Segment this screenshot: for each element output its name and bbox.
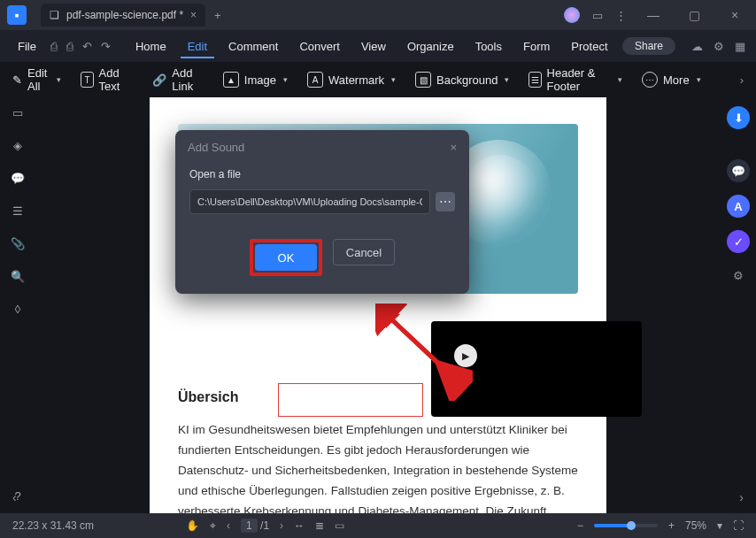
close-window-button[interactable]: × — [721, 1, 749, 29]
more-tool[interactable]: ⋯ More — [642, 72, 701, 88]
right-properties-icon[interactable]: ⚙ — [733, 269, 744, 282]
add-text-label: Add Text — [99, 66, 134, 93]
user-avatar[interactable] — [564, 7, 580, 23]
more-icon-circle: ⋯ — [642, 72, 658, 88]
watermark-label: Watermark — [328, 73, 384, 87]
add-text-tool[interactable]: T Add Text — [81, 66, 133, 93]
right-sidebar: ⬇ 💬 A ✓ ⚙ — [721, 97, 756, 513]
menu-protect[interactable]: Protect — [564, 35, 614, 58]
add-link-tool[interactable]: 🔗 Add Link — [152, 66, 204, 93]
attachments-icon[interactable]: 📎 — [11, 237, 25, 250]
check-button[interactable]: ✓ — [727, 230, 750, 253]
ai-button[interactable]: A — [727, 195, 750, 218]
zoom-dropdown-icon[interactable]: ▾ — [717, 519, 722, 532]
page-prev-icon[interactable]: ‹ — [227, 519, 230, 532]
layers-icon[interactable]: ◊ — [15, 303, 20, 316]
watermark-icon: A — [307, 72, 323, 88]
maximize-button[interactable]: ▢ — [680, 1, 708, 29]
embedded-media-box[interactable]: ▶ — [431, 321, 642, 417]
download-button[interactable]: ⬇ — [727, 106, 750, 129]
menu-comment[interactable]: Comment — [221, 35, 285, 58]
add-link-label: Add Link — [172, 66, 204, 93]
total-pages: /1 — [260, 519, 269, 532]
fit-width-icon[interactable]: ↔ — [294, 519, 305, 532]
scroll-mode-icon[interactable]: ≣ — [315, 519, 324, 532]
minimize-button[interactable]: — — [639, 1, 667, 29]
print-icon[interactable]: ⎙ — [66, 40, 73, 53]
edit-all-tool[interactable]: ✎ Edit All — [12, 66, 61, 93]
fullscreen-icon[interactable]: ⛶ — [733, 519, 744, 532]
stamps-icon[interactable]: ☰ — [12, 204, 23, 218]
title-bar: ▪ ❏ pdf-sample-science.pdf * × + ▭ ⋮ — ▢… — [0, 0, 756, 30]
sound-annotation-rect[interactable] — [278, 383, 423, 417]
menu-convert[interactable]: Convert — [292, 35, 347, 58]
text-icon: T — [81, 72, 93, 88]
window-icon[interactable]: ▦ — [735, 40, 745, 53]
doc-body-text: KI im Gesundheitswesen bietet Empfehlung… — [178, 420, 578, 513]
menu-file[interactable]: File — [11, 35, 43, 58]
image-icon: ▲ — [223, 72, 239, 88]
ok-highlight: OK — [250, 239, 322, 276]
image-label: Image — [244, 73, 276, 87]
select-tool-icon[interactable]: ⌖ — [210, 519, 216, 532]
add-sound-dialog: Add Sound × Open a file ⋯ OK Cancel — [175, 130, 469, 294]
ok-button[interactable]: OK — [255, 244, 317, 271]
menu-organize[interactable]: Organize — [400, 35, 461, 58]
menu-tools[interactable]: Tools — [468, 35, 509, 58]
edit-toolbar: ✎ Edit All T Add Text 🔗 Add Link ▲ Image… — [0, 62, 756, 97]
feedback-icon[interactable]: ▭ — [592, 9, 603, 22]
menu-form[interactable]: Form — [516, 35, 557, 58]
page-indicator[interactable]: 1 /1 — [241, 519, 269, 532]
tab-close-icon[interactable]: × — [190, 9, 197, 21]
hand-tool-icon[interactable]: ✋ — [186, 519, 199, 532]
chat-button[interactable]: 💬 — [727, 159, 750, 182]
cancel-button[interactable]: Cancel — [333, 239, 395, 265]
play-icon[interactable]: ▶ — [454, 344, 477, 367]
share-button[interactable]: Share — [622, 37, 675, 55]
zoom-out-icon[interactable]: − — [577, 519, 583, 532]
redo-icon[interactable]: ↷ — [101, 40, 111, 53]
browse-button[interactable]: ⋯ — [436, 192, 455, 211]
menu-edit[interactable]: Edit — [181, 35, 214, 58]
new-tab-button[interactable]: + — [214, 9, 221, 22]
background-label: Background — [436, 73, 498, 87]
current-page[interactable]: 1 — [241, 519, 258, 533]
zoom-slider[interactable] — [594, 524, 658, 527]
settings-icon[interactable]: ⚙ — [714, 40, 724, 53]
prev-page-chevron[interactable]: ‹ — [12, 490, 17, 504]
open-file-label: Open a file — [189, 168, 455, 181]
header-footer-label: Header & Footer — [547, 66, 612, 93]
comments-icon[interactable]: 💬 — [11, 172, 25, 185]
document-tab[interactable]: ❏ pdf-sample-science.pdf * × — [41, 4, 205, 27]
more-label: More — [663, 73, 690, 87]
watermark-tool[interactable]: A Watermark — [307, 72, 396, 88]
search-icon[interactable]: 🔍 — [11, 270, 25, 283]
zoom-in-icon[interactable]: + — [668, 519, 675, 532]
dialog-close-icon[interactable]: × — [450, 141, 457, 154]
menu-home[interactable]: Home — [128, 35, 174, 58]
thumbnails-icon[interactable]: ▭ — [12, 106, 23, 119]
page-next-icon[interactable]: › — [280, 519, 283, 532]
app-icon[interactable]: ▪ — [7, 5, 27, 25]
zoom-level[interactable]: 75% — [685, 519, 706, 532]
undo-icon[interactable]: ↶ — [82, 40, 92, 53]
more-icon[interactable]: ⋮ — [615, 9, 627, 22]
page-dimensions: 22.23 x 31.43 cm — [12, 519, 94, 532]
toolbar-overflow-chevron[interactable]: › — [740, 73, 744, 87]
reading-mode-icon[interactable]: ▭ — [335, 519, 344, 532]
left-sidebar: ▭ ◈ 💬 ☰ 📎 🔍 ◊ ? — [0, 97, 35, 513]
header-footer-icon: ☰ — [528, 72, 541, 88]
image-tool[interactable]: ▲ Image — [223, 72, 288, 88]
bookmarks-icon[interactable]: ◈ — [13, 139, 22, 152]
background-tool[interactable]: ▧ Background — [415, 72, 509, 88]
dialog-title: Add Sound — [188, 141, 244, 154]
cloud-icon[interactable]: ☁ — [691, 40, 703, 53]
menu-view[interactable]: View — [354, 35, 393, 58]
next-page-chevron[interactable]: › — [739, 490, 744, 504]
status-bar: 22.23 x 31.43 cm ✋ ⌖ ‹ 1 /1 › ↔ ≣ ▭ − + … — [0, 513, 756, 538]
save-icon[interactable]: ⎙ — [50, 40, 58, 53]
menu-bar: File ⎙ ⎙ ↶ ↷ Home Edit Comment Convert V… — [0, 30, 756, 62]
header-footer-tool[interactable]: ☰ Header & Footer — [528, 66, 622, 93]
file-path-input[interactable] — [189, 189, 430, 214]
doc-heading: Übersich — [178, 389, 238, 405]
